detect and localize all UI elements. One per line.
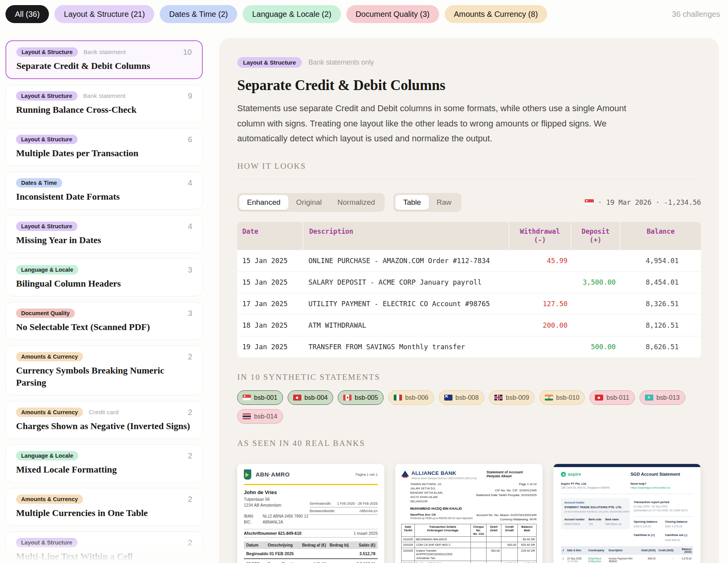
abn-cell: [326, 561, 349, 563]
challenge-title: Charges Shown as Negative (Inverted Sign…: [16, 420, 192, 432]
abn-meta-table: Seminaarode:1 Feb 2025 - 28 Feb 2025Best…: [310, 496, 378, 525]
abn-header: ABN·AMRO Pagina 1 van 1: [244, 469, 378, 480]
challenge-card-header: Dates & Time4: [16, 178, 192, 188]
cell: 15 Jan 2025: [237, 257, 303, 265]
abn-brand-rule: [244, 484, 378, 485]
cell: [511, 278, 572, 286]
aspire-fact: Bank nameDBS Bank Ltd.: [605, 518, 622, 527]
aspire-fact: Bank code725: [589, 518, 602, 527]
abn-holder: John de Vries: [244, 489, 378, 495]
alliance-transactions: DateTarikhTransaction DetailsKeterangan …: [401, 524, 537, 563]
filter-pill-dates[interactable]: Dates & Time (2): [160, 5, 237, 23]
table-row: 17 Jan 2025UTILITY PAYMENT - ELECTRIC CO…: [237, 293, 701, 314]
challenge-count-badge: 4: [188, 222, 192, 231]
filter-pill-quality[interactable]: Document Quality (3): [346, 5, 439, 23]
statement-pill-bsb-005[interactable]: bsb-005: [338, 390, 384, 405]
cell: TRANSFER FROM SAVINGS Monthly transfer: [303, 343, 511, 351]
statement-pill-bsb-008[interactable]: bsb-008: [439, 390, 485, 405]
challenge-count-badge: 2: [188, 495, 192, 504]
abn-statement-date: 1 maart 2025: [353, 531, 378, 536]
challenge-card[interactable]: Amounts & CurrencyCredit card2Charges Sh…: [5, 401, 203, 439]
challenge-card[interactable]: Layout & Structure2Multi-Line Text Withi…: [5, 531, 203, 563]
alliance-logo-icon: [401, 471, 409, 477]
statement-pill-bsb-013[interactable]: bsb-013: [640, 390, 685, 405]
view-mode-original[interactable]: Original: [288, 195, 330, 210]
statement-pill-label: bsb-004: [305, 394, 328, 401]
challenge-title: Missing Year in Dates: [16, 234, 192, 246]
format-mode-raw[interactable]: Raw: [429, 195, 460, 210]
bank-thumbnail-abn-amro[interactable]: ABN·AMRO Pagina 1 van 1 John de Vries Tu…: [237, 464, 384, 563]
challenge-count-badge: 3: [188, 265, 192, 274]
abn-row: 02 FEBEnergy Provider- 145,67€ 3.367,11: [244, 559, 378, 563]
challenge-card[interactable]: Language & Locale2Mixed Locale Formattin…: [5, 444, 203, 482]
alliance-address: TAMAN MUTIARA, 10,JALAN SETIA 5/3,BANDAR…: [401, 482, 460, 503]
th-flag-icon: [243, 413, 251, 419]
abn-table-header: DatumOmschrijvingBedrag af (€)Bedrag bij…: [244, 541, 378, 549]
category-pill: Amounts & Currency: [16, 494, 83, 504]
format-mode-table[interactable]: Table: [395, 195, 429, 210]
challenge-count-badge: 9: [188, 92, 192, 101]
aspire-logo-icon: [561, 472, 566, 477]
challenge-title: Multi-Line Text Within a Cell: [16, 550, 192, 563]
cell: 8,454.01: [620, 278, 701, 286]
statement-pill-bsb-009[interactable]: bsb-009: [489, 390, 535, 405]
statement-pill-bsb-011[interactable]: bsb-011: [589, 390, 634, 405]
challenge-title: Currency Symbols Breaking Numeric Parsin…: [16, 365, 192, 389]
challenge-card[interactable]: Dates & Time4Inconsistent Date Formats: [5, 171, 203, 209]
abn-cell: 02 FEB: [246, 561, 268, 563]
view-mode-normalized[interactable]: Normalized: [330, 195, 383, 210]
abn-opening-value: 3.512,78: [349, 551, 375, 556]
view-mode-enhanced[interactable]: Enhanced: [239, 195, 288, 210]
aspire-help-link[interactable]: https://aspireapp.com/contact-us: [631, 486, 693, 490]
category-pill: Amounts & Currency: [16, 352, 83, 361]
description: Statements use separate Credit and Debit…: [237, 101, 652, 146]
aspire-fact: Account number98943726518: [564, 518, 585, 527]
filter-pill-all[interactable]: All (36): [5, 5, 49, 23]
category-pill: Layout & Structure: [16, 135, 77, 144]
bank-thumbnail-aspire[interactable]: aspire SGD Account Statement Aspire FT P…: [553, 464, 701, 563]
challenge-card[interactable]: Layout & StructureBank statement9Running…: [5, 85, 203, 123]
filter-pill-layout[interactable]: Layout & Structure (21): [54, 5, 154, 23]
statement-pill-label: bsb-014: [254, 413, 278, 420]
challenge-count-badge: 4: [188, 179, 192, 188]
statement-pill-bsb-006[interactable]: bsb-006: [388, 390, 434, 405]
statement-pill-label: bsb-008: [456, 394, 479, 401]
aspire-holder: SYNERGY TRADE SOLUTIONS PTE. LTD.: [564, 505, 626, 510]
bank-thumbnail-alliance[interactable]: ALLIANCE BANK Alliance Bank Malaysia Ber…: [395, 464, 542, 563]
challenge-title: Mixed Locale Formatting: [16, 464, 192, 476]
statement-pill-bsb-001[interactable]: bsb-001: [237, 390, 283, 405]
filter-pill-amounts[interactable]: Amounts & Currency (8): [445, 5, 548, 23]
challenge-card-header: Amounts & Currency2: [16, 494, 192, 504]
challenge-card[interactable]: Language & Locale3Bilingual Column Heade…: [5, 258, 203, 296]
challenge-title: Bilingual Column Headers: [16, 278, 192, 290]
challenge-title: No Selectable Text (Scanned PDF): [16, 321, 192, 333]
challenge-card[interactable]: Amounts & Currency2Currency Symbols Brea…: [5, 345, 203, 395]
category-pill: Layout & Structure: [16, 47, 78, 57]
challenge-card[interactable]: Layout & Structure6Multiple Dates per Tr…: [5, 128, 203, 166]
challenge-card[interactable]: Layout & Structure4Missing Year in Dates: [5, 215, 203, 253]
statement-pill-bsb-004[interactable]: bsb-004: [288, 390, 333, 405]
challenge-card-header: Amounts & Currency2: [16, 352, 192, 361]
abn-transactions: DatumOmschrijvingBedrag af (€)Bedrag bij…: [244, 541, 378, 563]
abn-statement-number: Afschriftnummer 621-849-610: [244, 531, 301, 536]
statement-pill-bsb-010[interactable]: bsb-010: [539, 390, 585, 405]
challenge-card[interactable]: Layout & StructureBank statement10Separa…: [5, 40, 203, 79]
filter-pill-language[interactable]: Language & Locale (2): [243, 5, 341, 23]
cell: 8,626.51: [620, 343, 701, 351]
statement-pill-label: bsb-009: [506, 394, 529, 401]
alliance-refs: Page 1 of 14 CIF No. No. CIF: 3100012345…: [460, 482, 537, 503]
column-header-date: Date: [237, 222, 303, 250]
challenge-title: Multiple Dates per Transaction: [16, 147, 192, 159]
challenge-subtitle: Credit card: [89, 409, 119, 416]
abn-col: Bedrag af (€): [298, 543, 326, 547]
cell: ATM WITHDRAWAL: [303, 321, 511, 329]
bank-thumbnails: ABN·AMRO Pagina 1 van 1 John de Vries Tu…: [237, 464, 701, 563]
statement-pill-bsb-014[interactable]: bsb-014: [237, 409, 283, 424]
aspire-transactions: #Date & timeCounterpartyDescriptionDebit…: [561, 546, 693, 563]
abn-statement-number-row: Afschriftnummer 621-849-610 1 maart 2025: [244, 529, 378, 538]
how-it-looks-heading: HOW IT LOOKS: [237, 161, 701, 171]
challenge-card[interactable]: Amounts & Currency2Multiple Currencies i…: [5, 488, 203, 526]
au-flag-icon: [444, 395, 452, 401]
challenge-card[interactable]: Document Quality3No Selectable Text (Sca…: [5, 302, 203, 340]
abn-col: Datum: [246, 543, 268, 547]
